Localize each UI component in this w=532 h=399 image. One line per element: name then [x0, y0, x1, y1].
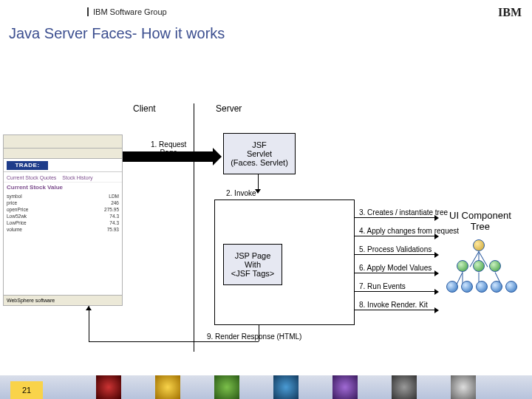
page-title: Java Server Faces- How it works [9, 25, 225, 42]
render-line-across [89, 341, 259, 342]
footer-deco-2 [155, 375, 180, 399]
footer-deco-7 [451, 375, 476, 399]
cell: openPrice [7, 207, 28, 212]
invoke-line-v [258, 174, 259, 189]
cell: price [7, 200, 17, 205]
tree-leaf [476, 281, 488, 293]
step-5-label: 5. Process Validations [359, 245, 432, 253]
client-column-label: Client [133, 103, 156, 114]
cell: 74.3 [109, 214, 119, 219]
browser-tab-history: Stock History [62, 175, 92, 180]
render-arrowhead [86, 306, 92, 310]
tree-mid [489, 260, 501, 272]
footer-deco-6 [392, 375, 417, 399]
browser-footer: WebSphere software [4, 295, 122, 305]
servlet-l3: (Faces. Servlet) [231, 158, 288, 167]
ui-component-tree-label: UI ComponentTree [449, 210, 511, 232]
cell: 74.3 [109, 220, 119, 225]
browser-section-title: Current Stock Value [4, 182, 122, 193]
cell: symbol [7, 194, 22, 199]
tree-leaf [491, 281, 502, 293]
software-group-label: IBM Software Group [87, 7, 167, 16]
jsp-l3: <JSF Tags> [231, 269, 275, 278]
footer-deco-3 [214, 375, 239, 399]
cell: LDM [109, 194, 119, 199]
step-6-label: 6. Apply Model Values [359, 264, 432, 272]
browser-addressbar [4, 149, 122, 159]
top-bar: IBM Software Group IBM [0, 6, 532, 22]
servlet-l2: Servlet [247, 149, 272, 158]
footer-deco-4 [273, 375, 299, 399]
step-4-label: 4. Apply changes from request [359, 227, 459, 235]
browser-mock: TRADE: Current Stock Quotes Stock Histor… [3, 134, 123, 306]
step-7-label: 7. Run Events [359, 282, 406, 290]
browser-banner: TRADE: [4, 159, 122, 172]
tree-mid [457, 260, 468, 272]
step-4-arrow [355, 236, 434, 236]
servlet-l1: JSF [252, 140, 267, 149]
footer-deco-5 [332, 375, 358, 399]
tree-leaf [505, 281, 517, 293]
cell: 275.95 [104, 207, 119, 212]
tree-root [473, 239, 485, 251]
step-3-arrow [355, 217, 434, 218]
browser-tab-quotes: Current Stock Quotes [7, 175, 56, 180]
tree-leaf [446, 281, 458, 293]
step-7-arrow [355, 291, 434, 292]
tree-leaf [461, 281, 473, 293]
trade-banner: TRADE: [7, 161, 48, 170]
browser-table: symbolLDM price246 openPrice275.95 Low52… [4, 193, 122, 233]
render-line-up [89, 306, 89, 341]
cell: 75.93 [107, 227, 119, 232]
browser-tabs: Current Stock Quotes Stock History [4, 172, 122, 182]
step-8-arrow [355, 310, 434, 310]
step-6-arrow [355, 273, 434, 273]
footer-bar: 21 [0, 375, 532, 399]
jsf-servlet-box: JSF Servlet (Faces. Servlet) [223, 133, 296, 174]
jsp-page-box: JSP Page With <JSF Tags> [223, 244, 282, 285]
cell: Low52wk [7, 214, 27, 219]
jsp-l1: JSP Page [235, 251, 271, 260]
browser-toolbar [4, 135, 122, 149]
cell: volume [7, 227, 22, 232]
step-3-label: 3. Creates / instantiate tree [359, 208, 448, 216]
client-server-divider [194, 103, 194, 352]
jsp-l2: With [245, 260, 261, 269]
step-8-label: 8. Invoke Render. Kit [359, 301, 428, 309]
tree-mid [473, 260, 485, 272]
step-2-label: 2. Invoke [226, 189, 256, 197]
footer-deco-1 [96, 375, 121, 399]
cell: LowPrice [7, 220, 27, 225]
step-9-label: 9. Render Response (HTML) [207, 332, 301, 341]
step-5-arrow [355, 254, 434, 255]
ibm-logo: IBM [498, 6, 522, 19]
page-number: 21 [10, 381, 43, 399]
server-column-label: Server [216, 103, 242, 114]
step-1-label: 1. RequestPage [151, 140, 186, 157]
cell: 246 [111, 200, 119, 205]
